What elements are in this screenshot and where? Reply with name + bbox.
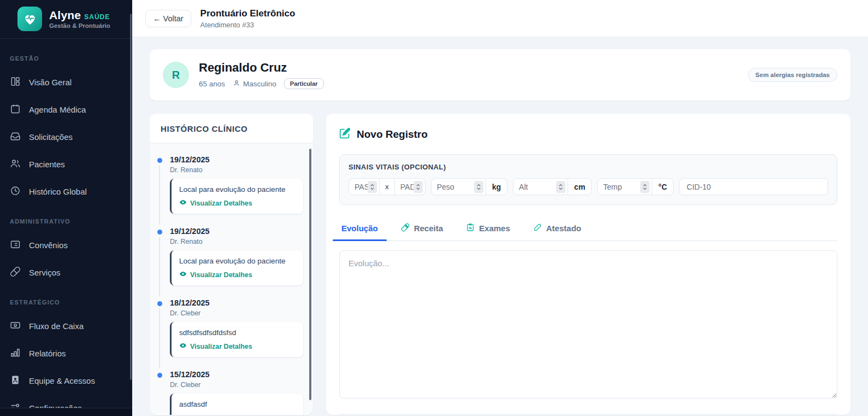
stepper-arrows-icon[interactable] xyxy=(556,181,565,193)
exam-clipboard-icon xyxy=(466,223,475,233)
timeline-dot xyxy=(157,230,162,235)
eye-icon xyxy=(179,342,187,351)
evolution-textarea[interactable] xyxy=(339,250,837,399)
timeline-dot xyxy=(157,158,162,163)
stepper-arrows-icon[interactable] xyxy=(474,181,483,193)
clinical-history-panel: HISTÓRICO CLÍNICO 19/12/2025 Dr. Renato … xyxy=(150,114,313,415)
tab-evolucao[interactable]: Evolução xyxy=(340,220,379,241)
entry-date: 18/12/2025 xyxy=(170,298,303,307)
timeline-line xyxy=(159,309,160,368)
sidebar-nav: GESTÃO Visão Geral Agenda Médica Solicit… xyxy=(0,39,132,416)
brand-suffix: SAÚDE xyxy=(84,13,110,21)
entry-date: 15/12/2025 xyxy=(170,370,303,379)
entry-doctor: Dr. Renato xyxy=(170,166,303,174)
stepper-arrows-icon[interactable] xyxy=(640,181,649,193)
record-title: Novo Registro xyxy=(357,128,428,140)
sidebar-item-label: Pacientes xyxy=(29,160,65,169)
view-details-label: Visualizar Detalhes xyxy=(190,414,252,415)
content: R Reginaldo Cruz 65 anos Masculino Parti… xyxy=(132,37,868,416)
card-list-icon xyxy=(10,239,21,251)
sidebar-item-fluxo-de-caixa[interactable]: Fluxo de Caixa xyxy=(0,313,132,339)
alyne-logo-icon xyxy=(17,7,42,31)
sidebar-item-label: Serviços xyxy=(29,268,61,277)
bp-separator: x xyxy=(380,183,394,191)
sidebar-item-label: Agenda Médica xyxy=(29,105,86,114)
sidebar-footer xyxy=(0,408,132,416)
height-input[interactable] xyxy=(513,183,556,191)
entry-card: sdfsdfsdfsdfdsfsd Visualizar Detalhes xyxy=(170,322,303,357)
pill-icon xyxy=(10,266,21,279)
view-details-link[interactable]: Visualizar Detalhes xyxy=(179,198,296,208)
view-details-link[interactable]: Visualizar Detalhes xyxy=(179,270,296,279)
edit-pencil-icon xyxy=(339,127,351,142)
cm-unit-label: cm xyxy=(568,183,591,191)
view-details-link[interactable]: Visualizar Detalhes xyxy=(179,413,296,415)
tab-receita[interactable]: Receita xyxy=(400,220,444,241)
brand-header: Alyne SAÚDE Gestão & Prontuário xyxy=(0,0,132,39)
back-button[interactable]: ← Voltar xyxy=(145,10,191,27)
record-divider xyxy=(339,414,837,414)
celsius-unit-label: °C xyxy=(652,183,673,191)
prescription-pill-icon xyxy=(401,223,410,233)
sidebar-item-historico-global[interactable]: Histórico Global xyxy=(0,179,132,204)
history-scrollbar[interactable] xyxy=(309,149,311,400)
view-details-link[interactable]: Visualizar Detalhes xyxy=(179,342,296,351)
view-details-label: Visualizar Detalhes xyxy=(190,200,252,207)
pad-input[interactable] xyxy=(395,183,414,191)
blood-pressure-group: x xyxy=(349,178,426,195)
sidebar-item-label: Fluxo de Caixa xyxy=(29,321,84,331)
kg-unit-label: kg xyxy=(486,183,507,191)
sidebar-item-convenios[interactable]: Convênios xyxy=(0,232,132,258)
sidebar-item-visao-geral[interactable]: Visão Geral xyxy=(0,69,132,95)
timeline-dot xyxy=(157,301,162,306)
sidebar-item-servicos[interactable]: Serviços xyxy=(0,260,132,285)
history-entry: 19/12/2025 Dr. Renato Local para evoluçã… xyxy=(157,155,303,214)
view-details-label: Visualizar Detalhes xyxy=(190,343,252,350)
cid10-input[interactable] xyxy=(679,178,828,195)
sidebar-item-agenda-medica[interactable]: Agenda Médica xyxy=(0,97,132,122)
entry-summary: asdfasdf xyxy=(179,400,296,408)
tab-label: Exames xyxy=(479,224,510,233)
timeline-line xyxy=(159,166,160,225)
tab-exames[interactable]: Exames xyxy=(465,220,511,241)
temperature-input[interactable] xyxy=(598,183,640,191)
entry-doctor: Dr. Renato xyxy=(170,238,303,245)
page-title: Prontuário Eletrônico xyxy=(200,8,296,19)
section-label-estrategico: ESTRATÉGICO xyxy=(0,299,132,306)
entry-card: Local para evolução do paciente Visualiz… xyxy=(170,179,303,214)
sidebar-item-solicitacoes[interactable]: Solicitações xyxy=(0,124,132,150)
history-entry: 19/12/2025 Dr. Renato Local para evoluçã… xyxy=(157,227,303,285)
calendar-icon xyxy=(10,103,21,116)
weight-group: kg xyxy=(431,178,507,195)
weight-input[interactable] xyxy=(432,183,474,191)
allergy-badge: Sem alergias registradas xyxy=(748,68,837,82)
entry-summary: Local para evolução do paciente xyxy=(179,257,296,265)
app-root: Alyne SAÚDE Gestão & Prontuário GESTÃO V… xyxy=(0,0,868,416)
stepper-arrows-icon[interactable] xyxy=(414,181,423,193)
topbar: ← Voltar Prontuário Eletrônico Atendimen… xyxy=(132,0,868,37)
record-tabs: Evolução Receita Exames Atestado xyxy=(339,220,837,241)
entry-summary: sdfsdfsdfsdfdsfsd xyxy=(179,329,296,337)
sidebar-item-label: Solicitações xyxy=(29,132,73,142)
patient-gender: Masculino xyxy=(243,80,276,88)
section-label-gestao: GESTÃO xyxy=(0,55,132,62)
sidebar-item-label: Histórico Global xyxy=(29,187,87,196)
patient-name: Reginaldo Cruz xyxy=(199,61,324,75)
sidebar-item-pacientes[interactable]: Pacientes xyxy=(0,151,132,177)
main-area: ← Voltar Prontuário Eletrônico Atendimen… xyxy=(132,0,868,416)
tab-atestado[interactable]: Atestado xyxy=(532,220,582,241)
entry-date: 19/12/2025 xyxy=(170,227,303,236)
id-badge-icon xyxy=(10,374,21,387)
bar-chart-icon xyxy=(10,347,21,360)
sidebar-item-equipe-acessos[interactable]: Equipe & Acessos xyxy=(0,368,132,394)
sidebar-item-label: Relatórios xyxy=(29,349,66,358)
stepper-arrows-icon[interactable] xyxy=(368,181,377,193)
pas-input[interactable] xyxy=(349,183,368,191)
vitals-label: SINAIS VITAIS (OPCIONAL) xyxy=(349,163,828,171)
entry-card: Local para evolução do paciente Visualiz… xyxy=(170,250,303,285)
sidebar-item-relatorios[interactable]: Relatórios xyxy=(0,341,132,366)
height-group: cm xyxy=(513,178,592,195)
patient-age: 65 anos xyxy=(199,80,225,88)
users-icon xyxy=(10,158,21,171)
sidebar-scrollbar[interactable] xyxy=(130,14,132,380)
